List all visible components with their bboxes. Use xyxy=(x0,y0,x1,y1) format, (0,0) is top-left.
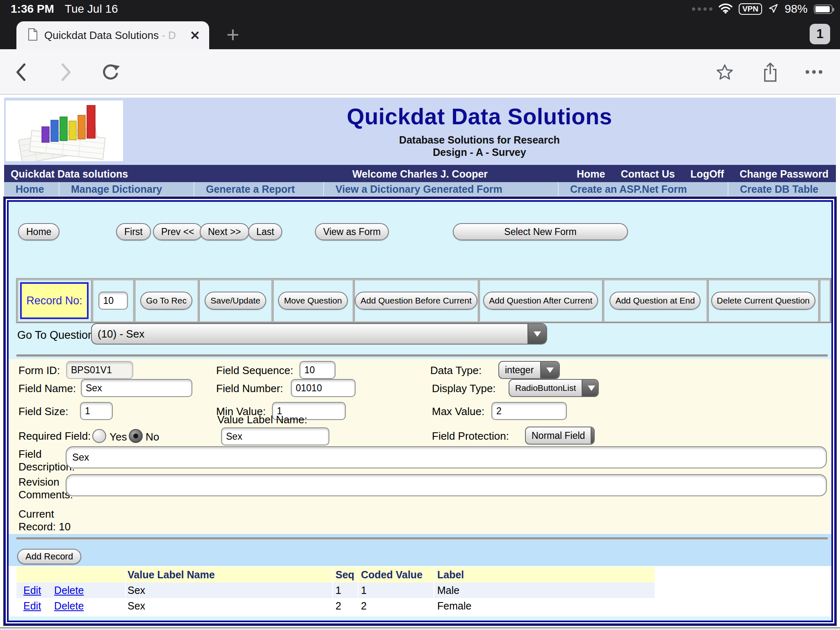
required-yes-label: Yes xyxy=(110,431,127,443)
actions-header xyxy=(16,567,125,582)
site-subtitle-2: Design - A - Survey xyxy=(123,146,836,158)
record-toolbar: Record No: Go To Rec Save/Update Move Qu… xyxy=(16,278,831,323)
forward-button[interactable] xyxy=(61,49,71,95)
record-no-label: Record No: xyxy=(20,282,89,319)
menu-item-create-db-table[interactable]: Create DB Table xyxy=(728,182,836,196)
first-record-button[interactable]: First xyxy=(116,223,151,240)
table-row: Edit Delete Sex 1 1 Male xyxy=(16,582,655,598)
cell-value-label-name: Sex xyxy=(125,598,332,614)
field-size-input[interactable] xyxy=(80,402,113,420)
required-no-label: No xyxy=(146,431,159,443)
field-number-input[interactable] xyxy=(291,379,356,397)
next-record-button[interactable]: Next >> xyxy=(200,223,249,240)
menu-item-home[interactable]: Home xyxy=(4,182,59,196)
nav-link-logoff[interactable]: LogOff xyxy=(690,168,724,180)
tab-close-icon[interactable]: ✕ xyxy=(190,28,200,43)
data-type-select[interactable]: integer xyxy=(498,361,560,379)
welcome-text: Welcome Charles J. Cooper xyxy=(352,168,488,180)
field-protection-select[interactable]: Normal Field xyxy=(525,427,595,445)
new-tab-button[interactable]: + xyxy=(226,22,240,47)
chevron-down-icon xyxy=(591,427,595,444)
max-value-input[interactable] xyxy=(491,402,567,420)
prev-record-button[interactable]: Prev << xyxy=(153,223,203,240)
cell-label: Male xyxy=(434,582,655,598)
back-button[interactable] xyxy=(16,49,26,95)
revision-comments-input[interactable] xyxy=(66,474,827,496)
site-subtitle-1: Database Solutions for Research xyxy=(123,134,836,146)
edit-link[interactable]: Edit xyxy=(23,584,41,596)
required-yes-radio[interactable] xyxy=(92,429,106,443)
add-question-at-end-button[interactable]: Add Question at End xyxy=(609,292,701,310)
data-type-label: Data Type: xyxy=(430,364,482,377)
main-content: Home First Prev << Next >> Last View as … xyxy=(4,197,836,625)
edit-link[interactable]: Edit xyxy=(23,600,41,612)
required-no-radio[interactable] xyxy=(129,429,143,443)
save-update-button[interactable]: Save/Update xyxy=(205,292,266,310)
select-new-form-button[interactable]: Select New Form xyxy=(453,223,628,240)
share-icon[interactable] xyxy=(762,49,778,95)
value-label-name-input[interactable] xyxy=(221,427,329,445)
col-label: Label xyxy=(434,567,655,582)
home-button[interactable]: Home xyxy=(18,223,59,240)
add-question-after-button[interactable]: Add Question After Current xyxy=(483,292,598,310)
menu-item-generate-report[interactable]: Generate a Report xyxy=(194,182,324,196)
status-right: VPN 98% xyxy=(692,0,833,18)
field-sequence-input[interactable] xyxy=(299,361,336,379)
vpn-badge: VPN xyxy=(739,3,762,15)
record-no-input[interactable] xyxy=(98,292,128,310)
field-description-label: Field Description: xyxy=(18,448,73,473)
wifi-icon xyxy=(719,3,733,15)
delete-link[interactable]: Delete xyxy=(54,600,84,612)
nav-link-home[interactable]: Home xyxy=(577,168,605,180)
last-record-button[interactable]: Last xyxy=(248,223,282,240)
max-value-label: Max Value: xyxy=(432,405,484,418)
chevron-down-icon xyxy=(582,380,599,396)
add-question-before-button[interactable]: Add Question Before Current xyxy=(355,292,477,310)
add-record-button[interactable]: Add Record xyxy=(17,549,81,564)
cell-coded-value: 1 xyxy=(358,582,434,598)
bookmark-star-icon[interactable] xyxy=(716,49,734,95)
cell-label: Female xyxy=(434,598,655,614)
go-to-rec-button[interactable]: Go To Rec xyxy=(140,292,192,310)
reload-button[interactable] xyxy=(101,49,121,95)
device-top-bar: 1:36 PM Tue Jul 16 VPN 98% Quickdat Data… xyxy=(0,0,840,49)
field-description-input[interactable] xyxy=(66,446,827,468)
display-type-select[interactable]: RadioButtonList xyxy=(509,379,599,397)
display-type-label: Display Type: xyxy=(432,382,496,395)
menu-item-create-aspnet-form[interactable]: Create an ASP.Net Form xyxy=(559,182,728,196)
cell-seq: 1 xyxy=(332,582,358,598)
page-title: Quickdat Data Solutions xyxy=(123,103,836,130)
goto-question-select[interactable]: (10) - Sex xyxy=(91,323,547,345)
divider xyxy=(16,354,828,357)
site-logo xyxy=(6,100,123,161)
menu-item-manage-dictionary[interactable]: Manage Dictionary xyxy=(59,182,194,196)
col-value-label-name: Value Label Name xyxy=(125,567,332,582)
more-menu-icon[interactable] xyxy=(806,49,822,95)
field-form: Form ID: Field Sequence: Data Type: inte… xyxy=(9,359,831,534)
delete-link[interactable]: Delete xyxy=(54,584,84,596)
tab-title: Quickdat Data Solutions - D xyxy=(44,29,183,42)
form-id-input[interactable] xyxy=(66,361,133,379)
field-sequence-label: Field Sequence: xyxy=(216,364,293,377)
nav-link-contact-us[interactable]: Contact Us xyxy=(621,168,675,180)
divider xyxy=(16,537,828,540)
field-protection-label: Field Protection: xyxy=(432,430,509,443)
nav-link-change-password[interactable]: Change Password xyxy=(740,168,829,180)
browser-tab[interactable]: Quickdat Data Solutions - D ✕ xyxy=(16,21,209,49)
site-header: Quickdat Data Solutions Database Solutio… xyxy=(4,98,836,165)
page-bottom-fill xyxy=(0,628,840,630)
browser-toolbar: quickdat.azurewebsites.net xyxy=(0,49,840,95)
table-row: Edit Delete Sex 2 2 Female xyxy=(16,598,655,614)
value-labels-table: Value Label Name Seq Coded Value Label E… xyxy=(16,567,655,614)
delete-current-question-button[interactable]: Delete Current Question xyxy=(711,292,815,310)
menu-item-view-dictionary-form[interactable]: View a Dictionary Generated Form xyxy=(324,182,559,196)
form-id-label: Form ID: xyxy=(18,364,60,377)
status-left: 1:36 PM Tue Jul 16 xyxy=(11,0,118,18)
view-as-form-button[interactable]: View as Form xyxy=(315,223,389,240)
top-navbar: Quickdat Data solutions Welcome Charles … xyxy=(4,165,836,182)
chevron-down-icon xyxy=(527,324,546,344)
cell-value-label-name: Sex xyxy=(125,582,332,598)
field-name-input[interactable] xyxy=(81,379,192,397)
move-question-button[interactable]: Move Question xyxy=(278,292,347,310)
tab-count-button[interactable]: 1 xyxy=(810,24,830,44)
